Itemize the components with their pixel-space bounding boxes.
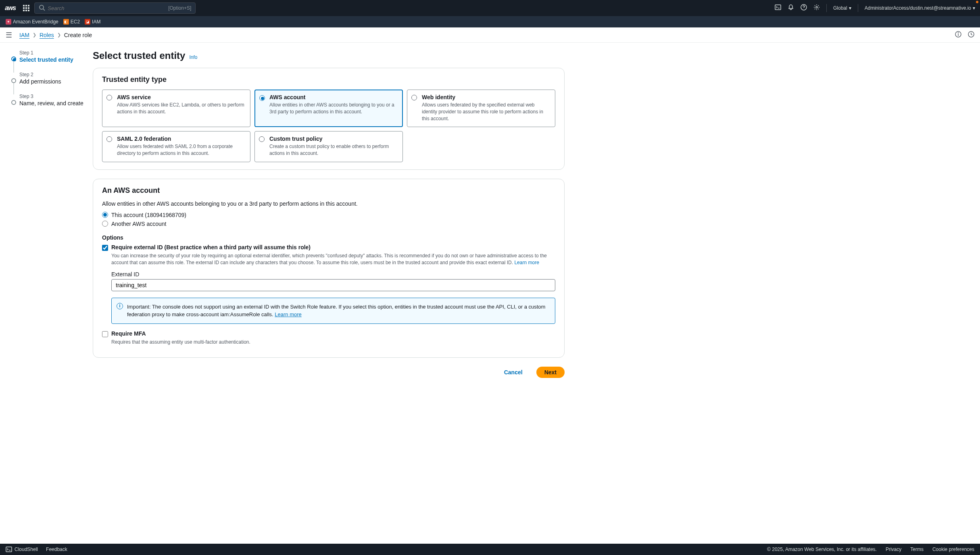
radio-icon	[259, 136, 265, 142]
feedback-link[interactable]: Feedback	[46, 547, 67, 552]
aws-logo[interactable]: aws	[5, 4, 16, 12]
favorite-ec2[interactable]: ◧ EC2	[63, 19, 80, 25]
require-external-id-checkbox[interactable]	[102, 245, 108, 251]
entity-custom-trust[interactable]: Custom trust policy Create a custom trus…	[254, 131, 403, 162]
next-button[interactable]: Next	[536, 367, 565, 378]
chevron-down-icon: ▾	[849, 5, 851, 11]
info-icon[interactable]	[955, 31, 961, 39]
external-id-alert: i Important: The console does not suppor…	[111, 298, 555, 324]
chevron-down-icon: ▾	[973, 5, 975, 11]
cloudshell-icon[interactable]	[775, 4, 781, 12]
step-3[interactable]: Step 3 Name, review, and create	[11, 94, 85, 106]
cookies-link[interactable]: Cookie preferences	[932, 547, 974, 552]
step-label: Name, review, and create	[19, 100, 85, 106]
favorites-bar: ✦ Amazon EventBridge ◧ EC2 ◪ IAM	[0, 16, 980, 27]
privacy-link[interactable]: Privacy	[886, 547, 901, 552]
panel-heading: An AWS account	[102, 186, 555, 195]
aws-account-panel: An AWS account Allow entities in other A…	[93, 179, 565, 358]
account-menu[interactable]: AdministratorAccess/dustin.nest@streamna…	[865, 5, 975, 11]
learn-more-link[interactable]: Learn more	[514, 260, 539, 265]
breadcrumb-roles[interactable]: Roles	[40, 32, 54, 38]
ec2-icon: ◧	[63, 19, 69, 25]
entity-saml[interactable]: SAML 2.0 federation Allow users federate…	[102, 131, 250, 162]
breadcrumb-iam[interactable]: IAM	[19, 32, 29, 38]
favorite-eventbridge[interactable]: ✦ Amazon EventBridge	[6, 19, 58, 25]
entity-aws-service[interactable]: AWS service Allow AWS services like EC2,…	[102, 90, 250, 127]
step-label: Add permissions	[19, 78, 85, 85]
radio-icon	[259, 95, 265, 101]
search-icon	[39, 4, 45, 12]
settings-icon[interactable]	[813, 4, 820, 12]
radio-icon	[411, 95, 417, 100]
svg-line-1	[43, 9, 45, 10]
iam-icon: ◪	[85, 19, 90, 25]
require-mfa-help: Requires that the assuming entity use mu…	[111, 339, 555, 346]
require-mfa-label[interactable]: Require MFA	[111, 330, 146, 337]
eventbridge-icon: ✦	[6, 19, 11, 25]
require-external-id-label[interactable]: Require external ID (Best practice when …	[111, 244, 311, 250]
search-shortcut-hint: [Option+S]	[168, 5, 191, 11]
cloudshell-link[interactable]: CloudShell	[6, 546, 38, 553]
terms-link[interactable]: Terms	[910, 547, 924, 552]
external-id-input[interactable]	[111, 279, 555, 291]
cancel-button[interactable]: Cancel	[496, 367, 531, 378]
panel-heading: Trusted entity type	[102, 75, 555, 84]
alert-learn-more-link[interactable]: Learn more	[275, 311, 301, 317]
favorite-iam[interactable]: ◪ IAM	[85, 19, 100, 25]
search-input[interactable]	[48, 5, 168, 11]
footer-bar: CloudShell Feedback © 2025, Amazon Web S…	[0, 544, 980, 555]
another-account-label[interactable]: Another AWS account	[111, 221, 166, 227]
radio-icon	[106, 95, 112, 100]
this-account-radio[interactable]	[102, 212, 108, 218]
chevron-right-icon: ❯	[57, 32, 61, 38]
entity-aws-account[interactable]: AWS account Allow entities in other AWS …	[254, 90, 403, 127]
panel-subheading: Allow entities in other AWS accounts bel…	[102, 200, 555, 207]
chevron-right-icon: ❯	[33, 32, 36, 38]
step-2[interactable]: Step 2 Add permissions	[11, 72, 85, 85]
external-id-label: External ID	[111, 271, 555, 278]
options-heading: Options	[102, 234, 555, 241]
svg-point-7	[958, 33, 959, 33]
another-account-radio[interactable]	[102, 221, 108, 227]
require-external-id-help: You can increase the security of your ro…	[111, 252, 555, 266]
info-link[interactable]: Info	[189, 54, 197, 60]
breadcrumb-current: Create role	[64, 32, 92, 38]
svg-point-4	[816, 6, 817, 8]
hamburger-icon[interactable]: ☰	[6, 31, 12, 40]
region-selector[interactable]: Global ▾	[833, 5, 851, 11]
radio-icon	[106, 136, 112, 142]
page-title: Select trusted entity Info	[93, 50, 565, 61]
require-mfa-checkbox[interactable]	[102, 331, 108, 337]
top-bar: aws [Option+S] Global ▾ AdministratorAcc	[0, 0, 980, 16]
services-grid-icon[interactable]	[23, 5, 29, 11]
svg-rect-2	[775, 5, 781, 10]
global-search[interactable]: [Option+S]	[34, 2, 196, 14]
svg-rect-9	[6, 547, 12, 552]
step-label: Select trusted entity	[19, 56, 85, 63]
trusted-entity-panel: Trusted entity type AWS service Allow AW…	[93, 68, 565, 170]
wizard-steps: Step 1 Select trusted entity Step 2 Add …	[0, 43, 89, 544]
notifications-icon[interactable]	[788, 4, 794, 12]
info-icon: i	[117, 303, 123, 309]
breadcrumb-bar: ☰ IAM ❯ Roles ❯ Create role	[0, 27, 980, 43]
step-1[interactable]: Step 1 Select trusted entity	[11, 50, 85, 63]
entity-web-identity[interactable]: Web identity Allows users federated by t…	[407, 90, 555, 127]
notification-dot	[976, 1, 978, 3]
svg-point-0	[40, 5, 44, 9]
help-icon[interactable]	[801, 4, 807, 12]
wizard-actions: Cancel Next	[93, 367, 565, 378]
copyright: © 2025, Amazon Web Services, Inc. or its…	[767, 547, 877, 552]
this-account-label[interactable]: This account (180941968709)	[111, 212, 186, 218]
clock-icon[interactable]	[968, 31, 974, 39]
